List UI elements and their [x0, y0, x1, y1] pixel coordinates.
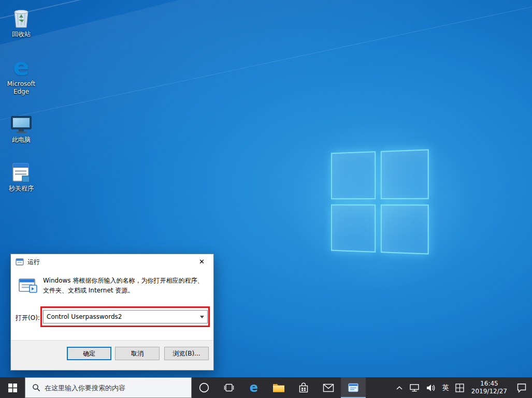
windows-logo-pane [381, 204, 429, 255]
wallpaper-light-beam [0, 0, 532, 245]
run-dialog-icon [16, 258, 24, 266]
tray-clock[interactable]: 16:45 2019/12/27 [467, 377, 511, 398]
search-input[interactable] [45, 384, 191, 392]
network-icon [409, 384, 420, 392]
open-combobox [43, 310, 208, 323]
file-explorer-icon [272, 382, 285, 393]
mail-icon [323, 384, 334, 392]
action-center-button[interactable] [511, 377, 532, 398]
recycle-bin-icon [3, 4, 40, 29]
start-button[interactable] [0, 377, 25, 398]
wallpaper-light-line [0, 0, 532, 25]
wallpaper-windows-logo [331, 149, 429, 254]
close-icon[interactable]: ✕ [190, 254, 213, 269]
program-icon [3, 158, 40, 183]
wallpaper-light-line [0, 0, 532, 120]
desktop-icon-label: 回收站 [3, 31, 40, 38]
tray-show-hidden-icons[interactable] [393, 377, 406, 398]
windows-logo-pane [331, 151, 376, 199]
this-pc-icon [3, 110, 40, 135]
taskbar-search-box[interactable] [25, 377, 192, 398]
taskbar-active-app-run[interactable] [341, 377, 366, 398]
notification-icon [516, 383, 527, 393]
ok-button[interactable]: 确定 [67, 347, 111, 360]
tray-volume-button[interactable] [423, 377, 439, 398]
desktop-icon-recycle-bin[interactable]: 回收站 [3, 4, 40, 38]
run-dialog-footer: 确定 取消 浏览(B)... [11, 340, 213, 370]
chevron-up-icon [396, 386, 403, 390]
store-icon [298, 382, 309, 393]
mail-button[interactable] [316, 377, 341, 398]
run-program-icon [18, 277, 38, 294]
cortana-icon [198, 382, 210, 393]
cortana-button[interactable] [192, 377, 217, 398]
ime-language-label: 英 [442, 383, 449, 392]
open-label: 打开(O): [16, 314, 40, 322]
edge-icon: e [250, 381, 258, 394]
taskbar: e [0, 377, 532, 398]
desktop-icon-edge[interactable]: e Microsoft Edge [3, 54, 40, 96]
desktop-icon-program[interactable]: 秒关程序 [3, 158, 40, 193]
task-view-button[interactable] [217, 377, 241, 398]
run-command-input[interactable] [43, 310, 208, 323]
windows-start-icon [8, 384, 17, 392]
run-dialog-titlebar[interactable]: 运行 ✕ [11, 254, 213, 270]
desktop-icon-label: 秒关程序 [3, 185, 40, 193]
windows-logo-pane [381, 149, 429, 199]
tray-ime-mode-button[interactable] [452, 377, 467, 398]
cancel-button[interactable]: 取消 [115, 347, 160, 360]
windows-logo-pane [331, 204, 376, 253]
file-explorer-button[interactable] [266, 377, 291, 398]
clock-time: 16:45 [480, 380, 498, 388]
system-tray: 英 16:45 2019/12/27 [393, 377, 532, 398]
browse-button[interactable]: 浏览(B)... [164, 347, 209, 360]
clock-date: 2019/12/27 [471, 388, 507, 395]
run-window-icon [348, 382, 359, 393]
desktop-icon-label: 此电脑 [3, 136, 40, 144]
edge-icon: e [3, 54, 40, 79]
tray-network-button[interactable] [406, 377, 423, 398]
store-button[interactable] [291, 377, 316, 398]
desktop-icon-this-pc[interactable]: 此电脑 [3, 110, 40, 144]
run-dialog-title: 运行 [27, 258, 40, 267]
desktop-icon-label: Microsoft Edge [3, 80, 40, 96]
task-view-icon [223, 382, 235, 393]
taskbar-edge-button[interactable]: e [241, 377, 266, 398]
run-dialog: 运行 ✕ Windows 将根据你所输入的名称，为你打开相应的程序、文件夹、文档… [10, 254, 214, 371]
search-icon [32, 384, 40, 392]
run-dialog-description: Windows 将根据你所输入的名称，为你打开相应的程序、文件夹、文档或 Int… [43, 276, 207, 296]
volume-icon [426, 384, 436, 392]
chevron-down-icon[interactable] [197, 311, 207, 323]
tray-ime-indicator[interactable]: 英 [439, 377, 452, 398]
ime-grid-icon [455, 384, 464, 392]
